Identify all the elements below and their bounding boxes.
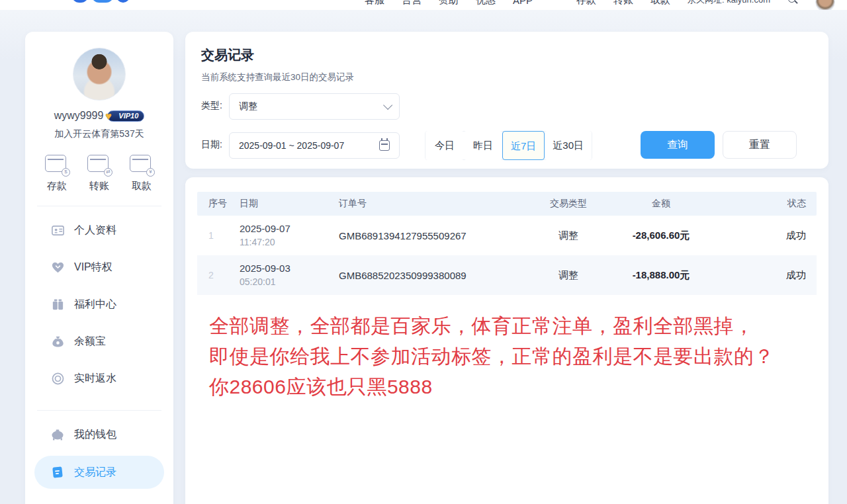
nav-app[interactable]: APP xyxy=(513,0,533,6)
sidebar-item-vip[interactable]: VIP特权 xyxy=(25,249,173,286)
site-logo[interactable] xyxy=(71,0,130,3)
annotation-line-3: 你28606应该也只黑5888 xyxy=(209,372,817,402)
sidebar-menu-group-1: 个人资料 VIP特权 福利中心 余额宝 实时返水 xyxy=(25,206,173,397)
quick-action-deposit[interactable]: $ 存款 xyxy=(41,155,73,192)
red-annotation-text: 全部调整，全部都是百家乐，体育正常注单，盈利全部黑掉， 即使是你给我上不参加活动… xyxy=(209,311,817,402)
sidebar-item-bets[interactable]: 投注记录 xyxy=(25,491,173,504)
header-date: 日期 xyxy=(234,198,334,210)
row-type: 调整 xyxy=(525,269,611,282)
quick-action-transfer[interactable]: ⇄ 转账 xyxy=(83,155,115,192)
money-bag-icon xyxy=(50,334,65,349)
search-icon[interactable] xyxy=(787,0,798,5)
header-amount: 金额 xyxy=(611,198,711,210)
nav-sponsorship[interactable]: 赞助 xyxy=(439,0,459,7)
header-status: 状态 xyxy=(711,198,817,210)
row-order-number: GMB6891394127955509267 xyxy=(334,230,525,241)
row-date: 2025-09-07 11:47:20 xyxy=(234,222,334,248)
date-range-value: 2025-09-01 ~ 2025-09-07 xyxy=(239,140,344,151)
vip-heart-gem-icon xyxy=(50,260,65,274)
sidebar-menu-group-2: 我的钱包 交易记录 投注记录 xyxy=(25,411,173,504)
row-order-number: GMB6885202350999380089 xyxy=(334,270,525,281)
reset-button[interactable]: 重置 xyxy=(723,131,797,159)
quick-actions: $ 存款 ⇄ 转账 ¥ 取款 xyxy=(25,155,173,192)
range-last30days-button[interactable]: 近30日 xyxy=(545,131,592,160)
sidebar-item-yuebao[interactable]: 余额宝 xyxy=(25,323,173,360)
table-row[interactable]: 1 2025-09-07 11:47:20 GMB689139412795550… xyxy=(197,216,817,255)
transfer-card-icon: ⇄ xyxy=(87,155,111,175)
sidebar: wywy9999 ♥ VIP10 加入开云体育第537天 $ 存款 ⇄ 转账 ¥… xyxy=(25,32,173,504)
permanent-url-text: 永久网址: kaiyun.com xyxy=(688,0,770,6)
nav-promotions[interactable]: 优惠 xyxy=(476,0,496,7)
username: wywy9999 xyxy=(54,110,104,122)
range-yesterday-button[interactable]: 昨日 xyxy=(464,131,502,160)
type-select[interactable]: 调整 xyxy=(229,93,400,120)
withdraw-card-icon: ¥ xyxy=(130,155,154,175)
header-order: 订单号 xyxy=(334,198,525,210)
profile-avatar[interactable] xyxy=(73,48,126,101)
query-button[interactable]: 查询 xyxy=(641,131,715,159)
row-type: 调整 xyxy=(525,230,611,242)
sidebar-item-welfare[interactable]: 福利中心 xyxy=(25,286,173,323)
nav-customer-service[interactable]: 客服 xyxy=(365,0,384,7)
row-index: 2 xyxy=(197,270,234,280)
join-days-text: 加入开云体育第537天 xyxy=(25,128,173,140)
sidebar-item-wallet[interactable]: 我的钱包 xyxy=(25,416,173,453)
table-header-row: 序号 日期 订单号 交易类型 金额 状态 xyxy=(197,192,817,216)
quick-range-group: 今日 昨日 近7日 近30日 xyxy=(425,131,592,160)
id-card-icon xyxy=(50,223,65,237)
range-last7days-button[interactable]: 近7日 xyxy=(502,131,545,160)
quick-action-withdraw[interactable]: ¥ 取款 xyxy=(126,155,157,192)
calendar-icon xyxy=(379,140,390,151)
type-label: 类型: xyxy=(201,100,222,112)
nav-partnership[interactable]: 合营 xyxy=(402,0,422,7)
row-status: 成功 xyxy=(711,269,817,282)
page-subtitle: 当前系统支持查询最近30日的交易记录 xyxy=(201,71,813,83)
gift-icon xyxy=(50,297,65,312)
type-filter-row: 类型: 调整 xyxy=(201,93,813,120)
row-status: 成功 xyxy=(711,230,817,242)
row-amount: -28,606.60元 xyxy=(611,230,711,242)
sidebar-item-rebate[interactable]: 实时返水 xyxy=(25,360,173,397)
transaction-doc-icon xyxy=(50,465,65,480)
header-index: 序号 xyxy=(197,198,234,210)
piggy-bank-icon xyxy=(50,427,65,442)
rebate-rings-icon xyxy=(50,371,65,386)
table-row[interactable]: 2 2025-09-03 05:20:01 GMB688520235099938… xyxy=(197,255,817,295)
date-filter-row: 日期: 2025-09-01 ~ 2025-09-07 今日 昨日 近7日 近3… xyxy=(201,132,813,159)
row-date: 2025-09-03 05:20:01 xyxy=(234,262,334,288)
header-type: 交易类型 xyxy=(525,198,611,210)
sidebar-item-transactions[interactable]: 交易记录 xyxy=(34,456,164,489)
top-navigation-bar: 客服 合营 赞助 优惠 APP 存款 转账 取款 永久网址: kaiyun.co… xyxy=(0,0,847,10)
nav-withdraw[interactable]: 取款 xyxy=(650,0,670,7)
annotation-line-2: 即使是你给我上不参加活动标签，正常的盈利是不是要出款的？ xyxy=(209,341,817,372)
row-index: 1 xyxy=(197,230,234,241)
nav-deposit[interactable]: 存款 xyxy=(576,0,596,7)
annotation-line-1: 全部调整，全部都是百家乐，体育正常注单，盈利全部黑掉， xyxy=(209,311,817,341)
date-range-input[interactable]: 2025-09-01 ~ 2025-09-07 xyxy=(229,132,400,159)
chevron-down-icon xyxy=(383,101,392,110)
vip-badge[interactable]: ♥ VIP10 xyxy=(107,110,144,122)
deposit-card-icon: $ xyxy=(45,155,69,175)
transactions-table-panel: 序号 日期 订单号 交易类型 金额 状态 1 2025-09-07 11:47:… xyxy=(185,177,828,504)
row-amount: -18,888.00元 xyxy=(611,269,711,282)
type-select-value: 调整 xyxy=(239,101,257,112)
nav-transfer[interactable]: 转账 xyxy=(613,0,633,7)
sidebar-item-profile[interactable]: 个人资料 xyxy=(25,212,173,249)
vip-heart-icon: ♥ xyxy=(105,110,112,122)
range-today-button[interactable]: 今日 xyxy=(425,131,464,160)
page-title: 交易记录 xyxy=(201,46,813,64)
filter-panel: 交易记录 当前系统支持查询最近30日的交易记录 类型: 调整 日期: 2025-… xyxy=(185,32,828,169)
user-avatar-small[interactable] xyxy=(815,0,835,10)
date-label: 日期: xyxy=(201,139,222,151)
